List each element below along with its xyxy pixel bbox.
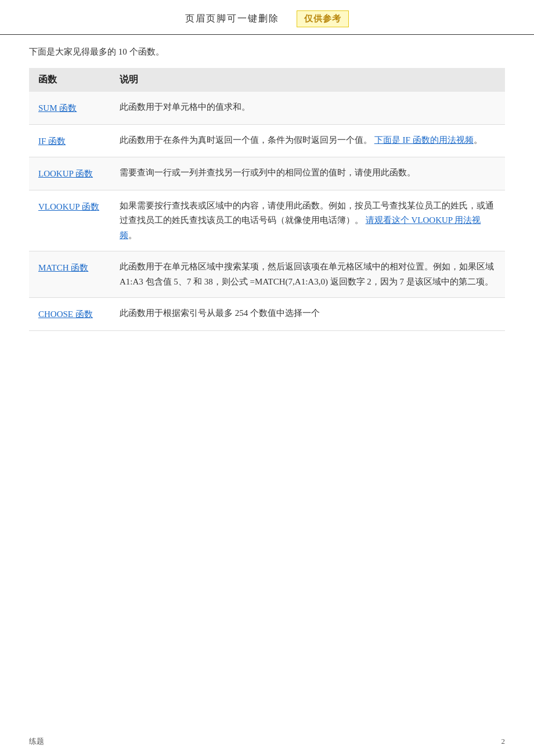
inline-link[interactable]: 请观看这个 VLOOKUP 用法视频 — [120, 215, 481, 240]
table-header-row: 函数 说明 — [29, 68, 505, 92]
table-row: SUM 函数此函数用于对单元格中的值求和。 — [29, 92, 505, 124]
func-link[interactable]: MATCH 函数 — [38, 263, 88, 272]
table-row: VLOOKUP 函数如果需要按行查找表或区域中的内容，请使用此函数。例如，按员工… — [29, 190, 505, 251]
func-link[interactable]: VLOOKUP 函数 — [38, 202, 99, 211]
func-name-cell: MATCH 函数 — [29, 251, 110, 298]
col-header-desc: 说明 — [110, 68, 505, 92]
table-row: CHOOSE 函数此函数用于根据索引号从最多 254 个数值中选择一个 — [29, 298, 505, 331]
func-desc-cell: 如果需要按行查找表或区域中的内容，请使用此函数。例如，按员工号查找某位员工的姓氏… — [110, 190, 505, 251]
func-link[interactable]: SUM 函数 — [38, 103, 77, 113]
func-desc-cell: 此函数用于对单元格中的值求和。 — [110, 92, 505, 124]
table-row: IF 函数此函数用于在条件为真时返回一个值，条件为假时返回另一个值。 下面是 I… — [29, 124, 505, 157]
footer-left: 练题 — [29, 736, 44, 747]
table-row: MATCH 函数此函数用于在单元格区域中搜索某项，然后返回该项在单元格区域中的相… — [29, 251, 505, 298]
footer-area: 练题 2 — [29, 736, 505, 747]
func-desc-cell: 此函数用于在条件为真时返回一个值，条件为假时返回另一个值。 下面是 IF 函数的… — [110, 124, 505, 157]
page-container: 页眉页脚可一键删除 仅供参考 下面是大家见得最多的 10 个函数。 函数 说明 … — [0, 0, 534, 756]
func-name-cell: VLOOKUP 函数 — [29, 190, 110, 251]
header-title: 页眉页脚可一键删除 — [185, 13, 279, 25]
col-header-func: 函数 — [29, 68, 110, 92]
func-name-cell: SUM 函数 — [29, 92, 110, 124]
footer-right: 2 — [501, 737, 506, 746]
func-name-cell: IF 函数 — [29, 124, 110, 157]
func-link[interactable]: CHOOSE 函数 — [38, 309, 93, 319]
func-desc-cell: 此函数用于在单元格区域中搜索某项，然后返回该项在单元格区域中的相对位置。例如，如… — [110, 251, 505, 298]
func-link[interactable]: LOOKUP 函数 — [38, 169, 93, 178]
func-name-cell: CHOOSE 函数 — [29, 298, 110, 331]
function-table: 函数 说明 SUM 函数此函数用于对单元格中的值求和。IF 函数此函数用于在条件… — [29, 68, 505, 331]
func-name-cell: LOOKUP 函数 — [29, 157, 110, 190]
func-desc-cell: 需要查询一行或一列并查找另一行或列中的相同位置的值时，请使用此函数。 — [110, 157, 505, 190]
func-desc-cell: 此函数用于根据索引号从最多 254 个数值中选择一个 — [110, 298, 505, 331]
intro-text: 下面是大家见得最多的 10 个函数。 — [29, 46, 505, 57]
main-content: 下面是大家见得最多的 10 个函数。 函数 说明 SUM 函数此函数用于对单元格… — [0, 35, 534, 354]
table-row: LOOKUP 函数需要查询一行或一列并查找另一行或列中的相同位置的值时，请使用此… — [29, 157, 505, 190]
header-badge: 仅供参考 — [297, 10, 349, 27]
inline-link[interactable]: 下面是 IF 函数的用法视频 — [374, 135, 474, 145]
header-area: 页眉页脚可一键删除 仅供参考 — [0, 0, 534, 35]
func-link[interactable]: IF 函数 — [38, 136, 66, 146]
